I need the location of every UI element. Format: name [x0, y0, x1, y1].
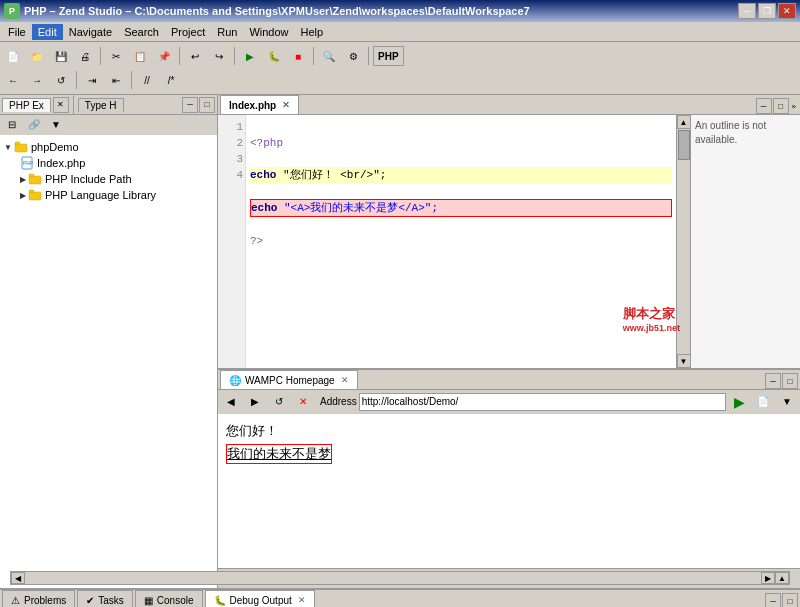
browser-content: 您们好！ 我们的未来不是梦 [218, 414, 800, 568]
tree-node-indexphp[interactable]: PHP Index.php [0, 155, 217, 171]
browser-link-text[interactable]: 我们的未来不是梦 [226, 444, 332, 464]
menu-edit[interactable]: Edit [32, 24, 63, 40]
tb-stop[interactable]: ■ [287, 46, 309, 66]
toolbar-row-1: 📄 📁 💾 🖨 ✂ 📋 📌 ↩ ↪ ▶ 🐛 ■ 🔍 ⚙ PHP [2, 44, 798, 68]
minimize-panel-btn[interactable]: ─ [182, 97, 198, 113]
code-area[interactable]: <?php echo "您们好！ <br/>"; echo "<A>我们的未来不… [246, 115, 676, 368]
left-panel-header: PHP Ex ✕ Type H ─ □ [0, 95, 217, 115]
browser-menu-btn[interactable]: ▼ [776, 392, 798, 412]
menu-help[interactable]: Help [295, 24, 330, 40]
tab-debug-output[interactable]: 🐛 Debug Output ✕ [205, 590, 315, 607]
tb-print[interactable]: 🖨 [74, 46, 96, 66]
tb-php[interactable]: PHP [373, 46, 404, 66]
editor-max-btn[interactable]: □ [773, 98, 789, 114]
address-input[interactable] [359, 393, 726, 411]
editor-main: 1 2 3 4 <?php echo "您们好！ <br/>"; echo "<… [218, 115, 800, 368]
tb-run[interactable]: ▶ [239, 46, 261, 66]
tb-comment[interactable]: // [136, 70, 158, 90]
editor-more-btn[interactable]: » [790, 102, 798, 111]
tab-console[interactable]: ▦ Console [135, 590, 203, 607]
tab-tasks[interactable]: ✔ Tasks [77, 590, 133, 607]
tb-indent[interactable]: ⇥ [81, 70, 103, 90]
tb-new[interactable]: 📄 [2, 46, 24, 66]
menu-project[interactable]: Project [165, 24, 211, 40]
scroll-left-btn[interactable]: ◀ [11, 572, 25, 584]
editor-min-btn[interactable]: ─ [756, 98, 772, 114]
tb-cut[interactable]: ✂ [105, 46, 127, 66]
tb-uncomment[interactable]: /* [160, 70, 182, 90]
app-icon: P [4, 3, 20, 19]
node-label-indexphp: Index.php [37, 157, 85, 169]
tb-refresh[interactable]: ↺ [50, 70, 72, 90]
tb-paste[interactable]: 📌 [153, 46, 175, 66]
tb-back[interactable]: ← [2, 70, 24, 90]
tb-save[interactable]: 💾 [50, 46, 72, 66]
editor-tab-close[interactable]: ✕ [282, 100, 290, 110]
browser-stop-btn[interactable]: ✕ [292, 392, 314, 412]
menu-search[interactable]: Search [118, 24, 165, 40]
brand-watermark: 脚本之家 www.jb51.net [623, 305, 680, 333]
node-label-langlibrary: PHP Language Library [45, 189, 156, 201]
code-token: <?php [250, 135, 283, 151]
library-folder-icon [28, 188, 42, 202]
tb-undo[interactable]: ↩ [184, 46, 206, 66]
h-scrollbar[interactable]: ◀ ▶ ▲ [10, 571, 790, 585]
tree-node-includepath[interactable]: ▶ PHP Include Path [0, 171, 217, 187]
tree-node-phpdemo[interactable]: ▼ phpDemo [0, 139, 217, 155]
tb-redo[interactable]: ↪ [208, 46, 230, 66]
maximize-panel-btn[interactable]: □ [199, 97, 215, 113]
include-folder-icon [28, 172, 42, 186]
scroll-corner: ▲ [775, 572, 789, 584]
browser-refresh-btn[interactable]: ↺ [268, 392, 290, 412]
browser-min-btn[interactable]: ─ [765, 373, 781, 389]
menu-window[interactable]: Window [243, 24, 294, 40]
tb-settings[interactable]: ⚙ [342, 46, 364, 66]
restore-button[interactable]: ❐ [758, 3, 776, 19]
brand-name: 脚本之家 [623, 305, 680, 323]
browser-back-btn[interactable]: ◀ [220, 392, 242, 412]
tb-open[interactable]: 📁 [26, 46, 48, 66]
tree-node-langlibrary[interactable]: ▶ PHP Language Library [0, 187, 217, 203]
tb-link[interactable]: 🔗 [23, 115, 45, 135]
tab-php-explorer[interactable]: PHP Ex [2, 98, 51, 112]
menu-file[interactable]: File [2, 24, 32, 40]
tb-forward[interactable]: → [26, 70, 48, 90]
tab-problems[interactable]: ⚠ Problems [2, 590, 75, 607]
browser-toolbar: ◀ ▶ ↺ ✕ Address ▶ 📄 ▼ [218, 390, 800, 414]
browser-tab-close[interactable]: ✕ [341, 375, 349, 385]
tab-type-hierarchy[interactable]: Type H [78, 98, 124, 112]
editor-tab-indexphp[interactable]: Index.php ✕ [220, 95, 299, 114]
code-token: echo [251, 200, 284, 216]
tb-search[interactable]: 🔍 [318, 46, 340, 66]
tb-filter[interactable]: ▼ [45, 115, 67, 135]
browser-tab-bar: 🌐 WAMPC Homepage ✕ ─ □ [218, 370, 800, 390]
tb-copy[interactable]: 📋 [129, 46, 151, 66]
tab-problems-label: Problems [24, 595, 66, 606]
bottom-min-btn[interactable]: ─ [765, 593, 781, 607]
bottom-max-btn[interactable]: □ [782, 593, 798, 607]
scroll-down-btn[interactable]: ▼ [677, 354, 691, 368]
tb-outdent[interactable]: ⇤ [105, 70, 127, 90]
left-panel: PHP Ex ✕ Type H ─ □ ⊟ 🔗 ▼ ▼ [0, 95, 218, 588]
browser-go-btn[interactable]: ▶ [728, 392, 750, 412]
tb-debug[interactable]: 🐛 [263, 46, 285, 66]
menu-navigate[interactable]: Navigate [63, 24, 118, 40]
browser-forward-btn[interactable]: ▶ [244, 392, 266, 412]
menu-run[interactable]: Run [211, 24, 243, 40]
window-controls: ─ ❐ ✕ [738, 3, 796, 19]
debug-tab-close[interactable]: ✕ [298, 595, 306, 605]
close-explorer-btn[interactable]: ✕ [53, 97, 69, 113]
browser-max-btn[interactable]: □ [782, 373, 798, 389]
browser-bookmark-btn[interactable]: 📄 [752, 392, 774, 412]
code-line-4: ?> [250, 233, 672, 249]
editor-container[interactable]: 1 2 3 4 <?php echo "您们好！ <br/>"; echo "<… [218, 115, 690, 368]
minimize-button[interactable]: ─ [738, 3, 756, 19]
scroll-up-btn[interactable]: ▲ [677, 115, 691, 129]
bottom-tab-bar: ⚠ Problems ✔ Tasks ▦ Console 🐛 Debug Out… [0, 590, 800, 607]
close-button[interactable]: ✕ [778, 3, 796, 19]
scroll-thumb[interactable] [678, 130, 690, 160]
tb-collapse-all[interactable]: ⊟ [1, 115, 23, 135]
scroll-right-btn[interactable]: ▶ [761, 572, 775, 584]
browser-globe-icon: 🌐 [229, 375, 241, 386]
browser-tab-wampc[interactable]: 🌐 WAMPC Homepage ✕ [220, 370, 358, 389]
